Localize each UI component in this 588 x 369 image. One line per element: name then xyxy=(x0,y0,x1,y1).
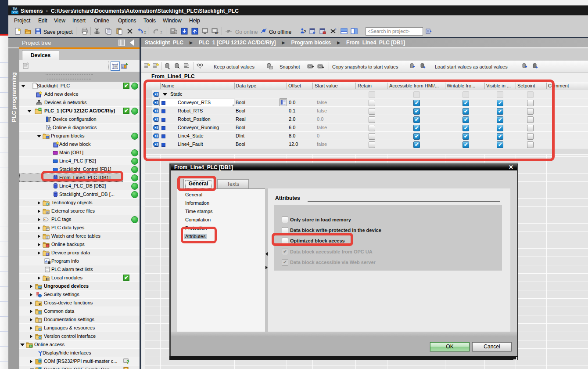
svg-text:RT: RT xyxy=(215,32,219,35)
svg-text:0: 0 xyxy=(175,31,176,34)
svg-text:?: ? xyxy=(304,29,306,34)
svg-text:?: ? xyxy=(126,359,129,365)
